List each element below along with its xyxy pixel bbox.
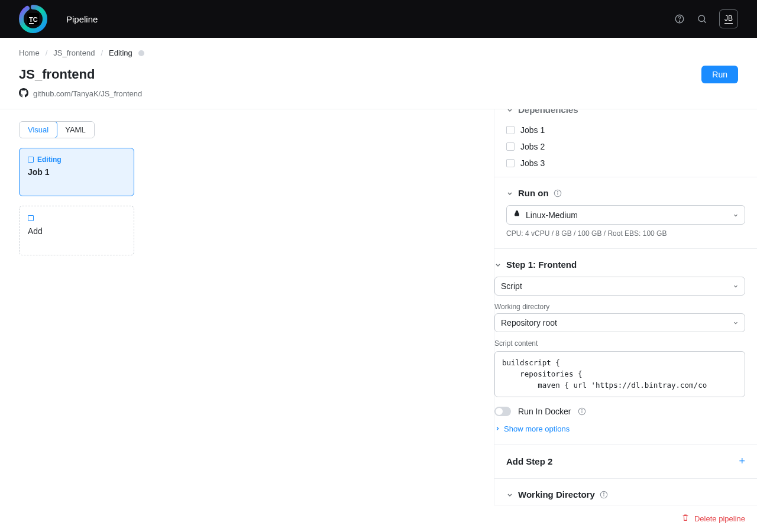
info-icon[interactable] [554, 189, 562, 197]
chevron-down-icon [733, 210, 739, 220]
side-panel: Dependencies Jobs 1 Jobs 2 Jobs 3 Run on… [494, 109, 757, 532]
checkbox[interactable] [506, 126, 515, 134]
job-card-title: Job 1 [28, 167, 125, 177]
job-card-editing[interactable]: Editing Job 1 [19, 148, 134, 196]
crumb-sep: / [46, 48, 48, 57]
step-type-select[interactable]: Script [494, 277, 745, 296]
teamcity-logo: TC [19, 5, 47, 33]
job-icon [28, 215, 34, 221]
repo-url[interactable]: github.com/TanyaK/JS_frontend [33, 89, 142, 98]
info-icon[interactable] [600, 491, 608, 499]
wd-select[interactable]: Repository root [494, 313, 745, 332]
runon-select[interactable]: Linux-Medium [506, 205, 745, 225]
svg-point-5 [698, 15, 705, 22]
svg-rect-2 [29, 23, 34, 24]
svg-point-12 [582, 410, 583, 410]
chevron-down-icon[interactable] [494, 261, 502, 268]
svg-line-6 [704, 21, 706, 23]
breadcrumb: Home / JS_frontend / Editing [19, 48, 738, 57]
chevron-down-icon[interactable] [506, 190, 513, 197]
crumb-home[interactable]: Home [19, 48, 40, 57]
section-title: Step 1: Frontend [506, 259, 577, 270]
checkbox[interactable] [506, 159, 515, 167]
chevron-down-icon [733, 281, 739, 291]
section-run-on: Run on Linux-Medium CPU: 4 vCPU / 8 GB /… [494, 177, 757, 249]
info-icon[interactable] [578, 407, 586, 416]
chevron-down-icon[interactable] [506, 491, 513, 498]
section-step1: Step 1: Frontend Script Working director… [494, 249, 757, 445]
linux-icon [513, 210, 521, 220]
dep-label: Jobs 1 [520, 125, 545, 135]
canvas: Visual YAML Editing Job 1 Add [0, 109, 494, 532]
toggle-visual[interactable]: Visual [19, 121, 57, 138]
editing-badge: Editing [37, 155, 62, 164]
page-header: Home / JS_frontend / Editing JS_frontend… [0, 38, 757, 109]
dep-checkbox-row[interactable]: Jobs 3 [494, 155, 757, 171]
runon-value: Linux-Medium [526, 210, 578, 220]
chevron-right-icon [494, 424, 500, 433]
section-title: Working Directory [518, 489, 595, 499]
chevron-down-icon [733, 318, 739, 327]
wd-value: Repository root [501, 318, 557, 327]
chevron-down-icon [506, 109, 513, 113]
job-icon [28, 157, 34, 163]
add-job-card[interactable]: Add [19, 206, 134, 255]
section-add-step[interactable]: Add Step 2 + [494, 445, 757, 479]
dep-label: Jobs 2 [520, 142, 545, 151]
view-toggle: Visual YAML [19, 121, 95, 138]
add-step-title: Add Step 2 [506, 456, 552, 466]
docker-label: Run In Docker [518, 407, 571, 416]
step-type-value: Script [501, 281, 522, 291]
search-icon[interactable] [697, 14, 707, 24]
brand-name: Pipeline [66, 14, 98, 24]
svg-point-15 [603, 493, 604, 494]
crumb-project[interactable]: JS_frontend [53, 48, 95, 57]
plus-icon[interactable]: + [739, 455, 745, 468]
add-label: Add [28, 226, 125, 236]
show-more-link[interactable]: Show more options [494, 424, 745, 433]
github-icon [19, 88, 28, 99]
help-icon[interactable] [674, 14, 685, 24]
svg-text:TC: TC [29, 16, 38, 23]
panel-footer: Delete pipeline [494, 505, 757, 532]
toggle-yaml[interactable]: YAML [57, 122, 93, 138]
dep-label: Jobs 3 [520, 158, 545, 168]
svg-point-4 [679, 21, 680, 21]
run-button[interactable]: Run [701, 66, 738, 83]
svg-point-9 [557, 191, 558, 192]
section-title: Run on [518, 188, 549, 198]
section-dependencies-head[interactable]: Dependencies [494, 109, 757, 122]
trash-icon [681, 514, 690, 524]
topbar: TC Pipeline JB [0, 0, 757, 38]
docker-toggle[interactable] [494, 407, 511, 416]
crumb-current: Editing [109, 48, 132, 57]
script-content[interactable]: buildscript { repositories { maven { url… [494, 351, 745, 397]
dep-checkbox-row[interactable]: Jobs 1 [494, 122, 757, 138]
status-dot-icon [138, 50, 144, 56]
script-label: Script content [494, 339, 745, 348]
crumb-sep: / [101, 48, 103, 57]
runon-meta: CPU: 4 vCPU / 8 GB / 100 GB / Root EBS: … [506, 229, 745, 238]
wd-label: Working directory [494, 303, 745, 311]
page-title: JS_frontend [19, 67, 95, 82]
dep-checkbox-row[interactable]: Jobs 2 [494, 138, 757, 155]
delete-pipeline-button[interactable]: Delete pipeline [681, 514, 745, 524]
avatar[interactable]: JB [719, 9, 738, 28]
checkbox[interactable] [506, 142, 515, 151]
